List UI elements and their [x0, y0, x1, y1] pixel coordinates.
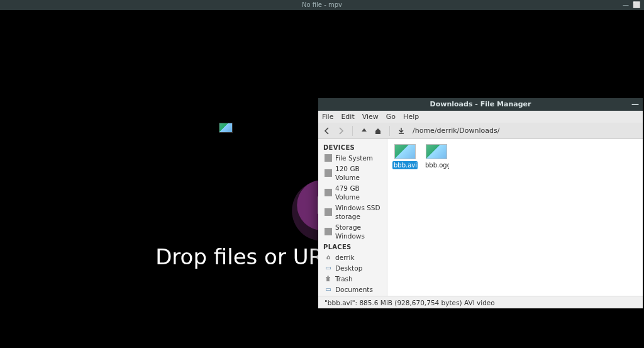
minimize-icon[interactable]: —	[631, 98, 639, 111]
sidebar-item-windows-ssd[interactable]: Windows SSD storage	[318, 202, 387, 222]
mpv-title-text: No file - mpv	[302, 1, 342, 8]
sidebar-item-label: Windows SSD storage	[335, 203, 382, 221]
menu-edit[interactable]: Edit	[341, 113, 354, 121]
folder-icon: ▭	[325, 264, 332, 272]
drive-icon	[325, 208, 332, 216]
home-icon: ⌂	[325, 254, 332, 261]
file-manager-toolbar: /home/derrik/Downloads/	[318, 123, 643, 139]
drive-icon	[325, 228, 332, 235]
sidebar-item-label: derrik	[335, 253, 355, 262]
sidebar-item-home[interactable]: ⌂derrik	[318, 252, 387, 262]
minimize-icon[interactable]: —	[623, 0, 629, 10]
toolbar-separator	[352, 126, 353, 136]
maximize-icon[interactable]: ⬜	[633, 0, 640, 10]
sidebar-header-devices: DEVICES	[318, 142, 387, 152]
drive-icon	[325, 154, 332, 162]
back-button[interactable]	[322, 126, 332, 136]
file-manager-title-text: Downloads - File Manager	[430, 100, 531, 108]
sidebar-item-label: Documents	[335, 285, 373, 294]
file-name-label: bbb.ogg	[424, 161, 449, 169]
sidebar-item-volume-479gb[interactable]: 479 GB Volume	[318, 182, 387, 202]
menu-go[interactable]: Go	[386, 113, 396, 121]
sidebar-item-label: Storage Windows	[335, 223, 382, 240]
path-display[interactable]: /home/derrik/Downloads/	[413, 126, 499, 135]
file-grid: bbb.avi bbb.ogg	[392, 144, 638, 169]
sidebar-item-label: 120 GB Volume	[335, 164, 382, 182]
sidebar-item-storage-windows[interactable]: Storage Windows	[318, 222, 387, 241]
mpv-titlebar: No file - mpv — ⬜	[0, 0, 644, 10]
sidebar-item-label: Desktop	[335, 264, 362, 272]
up-button[interactable]	[359, 126, 369, 136]
drive-icon	[325, 169, 332, 177]
file-item-bbb-ogg[interactable]: bbb.ogg	[424, 144, 449, 169]
sidebar-header-places: PLACES	[318, 241, 387, 252]
menu-view[interactable]: View	[362, 113, 379, 121]
file-name-label: bbb.avi	[392, 161, 418, 169]
file-manager-sidebar: DEVICES File System 120 GB Volume 479 GB…	[318, 139, 387, 296]
file-manager-menubar: File Edit View Go Help	[318, 111, 643, 123]
sidebar-item-filesystem[interactable]: File System	[318, 152, 387, 163]
sidebar-item-label: Trash	[335, 274, 353, 283]
drive-icon	[325, 189, 332, 196]
menu-file[interactable]: File	[322, 113, 333, 121]
file-manager-titlebar[interactable]: Downloads - File Manager —	[318, 98, 643, 111]
home-button[interactable]	[373, 126, 383, 136]
sidebar-item-volume-120gb[interactable]: 120 GB Volume	[318, 163, 387, 182]
video-thumbnail-icon	[394, 144, 416, 159]
sidebar-item-label: File System	[335, 154, 373, 162]
video-thumbnail-icon	[426, 144, 447, 159]
trash-icon: 🗑	[325, 275, 332, 283]
status-text: "bbb.avi": 885.6 MiB (928,670,754 bytes)…	[325, 299, 495, 306]
toolbar-separator	[389, 126, 390, 136]
sidebar-item-desktop[interactable]: ▭Desktop	[318, 262, 387, 273]
folder-icon: ▭	[325, 286, 332, 293]
file-manager-window: Downloads - File Manager — File Edit Vie…	[318, 98, 643, 308]
sidebar-item-label: 479 GB Volume	[335, 184, 382, 201]
menu-help[interactable]: Help	[403, 113, 419, 121]
sidebar-item-documents[interactable]: ▭Documents	[318, 284, 387, 295]
file-item-bbb-avi[interactable]: bbb.avi	[392, 144, 418, 169]
file-manager-statusbar: "bbb.avi": 885.6 MiB (928,670,754 bytes)…	[318, 296, 643, 308]
sidebar-item-trash[interactable]: 🗑Trash	[318, 273, 387, 284]
drag-preview-thumbnail	[219, 123, 233, 133]
file-manager-body: DEVICES File System 120 GB Volume 479 GB…	[318, 139, 643, 296]
forward-button[interactable]	[336, 126, 346, 136]
mpv-window-controls: — ⬜	[623, 0, 640, 10]
file-manager-content[interactable]: bbb.avi bbb.ogg	[387, 139, 643, 296]
downloads-path-icon	[396, 126, 406, 136]
